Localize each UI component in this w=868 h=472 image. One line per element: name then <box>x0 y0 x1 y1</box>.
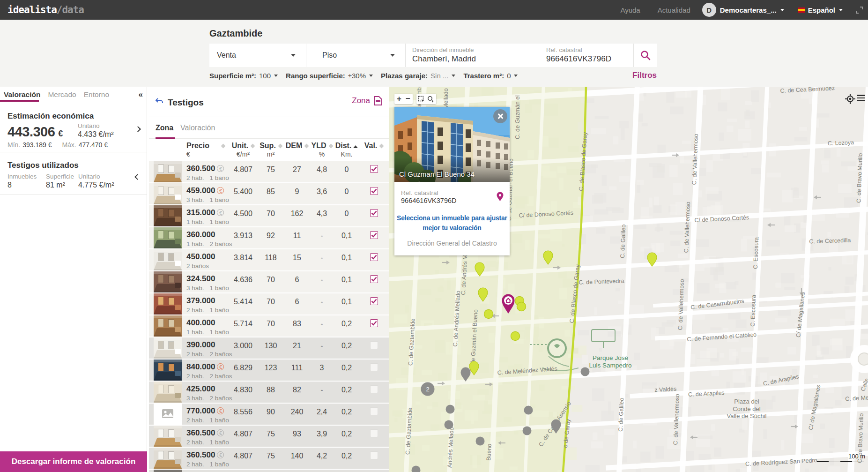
tab-valoracion-list[interactable]: Valoración <box>180 124 215 132</box>
close-icon[interactable] <box>493 109 507 123</box>
operation-select[interactable]: Venta <box>209 44 306 67</box>
quick-filter[interactable]: Rango superficie:±30% <box>286 72 373 80</box>
fullscreen-icon[interactable] <box>855 6 863 14</box>
table-row[interactable]: 840.000€2 hab.2 baños6.82912311130,2 <box>149 360 389 381</box>
collapse-sidebar-icon[interactable]: « <box>139 90 142 99</box>
map-dot-gray[interactable] <box>524 406 533 415</box>
map-menu-icon[interactable] <box>857 95 865 103</box>
column-header[interactable]: Val. <box>359 142 389 161</box>
map-dot-green[interactable] <box>511 332 520 341</box>
valuation-checkbox[interactable] <box>370 407 378 415</box>
property-type-select[interactable]: Piso <box>306 44 406 67</box>
table-row[interactable]: 360.0001 hab.2 baños3.9139211-0,1 <box>149 227 389 248</box>
zoom-in-button[interactable]: + <box>395 94 404 104</box>
property-thumbnail[interactable] <box>154 183 182 204</box>
valuation-checkbox[interactable] <box>370 297 378 305</box>
locate-icon[interactable] <box>845 93 856 105</box>
property-thumbnail[interactable] <box>154 161 182 182</box>
property-thumbnail[interactable] <box>154 404 182 425</box>
map-dot-gray[interactable] <box>445 420 453 429</box>
property-thumbnail[interactable] <box>154 315 182 337</box>
valuation-checkbox[interactable] <box>370 165 378 173</box>
column-header[interactable]: Dist.Km. <box>334 142 359 161</box>
download-report-button[interactable]: Descargar informe de valoración <box>0 451 147 472</box>
property-thumbnail[interactable] <box>154 470 182 472</box>
property-thumbnail[interactable] <box>154 337 182 359</box>
column-header[interactable]: Sup.m² <box>257 142 285 161</box>
map-cluster[interactable]: 2 <box>421 382 435 396</box>
column-header[interactable]: Unit.€/m² <box>230 142 257 161</box>
area-select-icon[interactable] <box>418 96 425 103</box>
table-row[interactable]: 459.000€3 hab.1 baño5.4008593,60 <box>149 183 389 204</box>
select-property-link[interactable]: Selecciona un inmueble para ajustarmejor… <box>394 213 510 233</box>
zoom-out-button[interactable]: − <box>404 94 413 104</box>
help-link[interactable]: Ayuda <box>620 6 640 14</box>
valuation-checkbox[interactable] <box>370 429 378 437</box>
valuation-checkbox[interactable] <box>370 209 378 217</box>
sort-icon[interactable] <box>328 144 333 149</box>
table-row[interactable]: 379.0002 hab.1 baño5.414706-0,1 <box>149 293 389 315</box>
sort-ascending-icon[interactable] <box>353 145 358 148</box>
map-dot-gray[interactable] <box>581 367 590 376</box>
valuation-checkbox[interactable] <box>370 319 378 327</box>
idealista-data-logo[interactable]: idealista/data <box>7 4 84 15</box>
table-row[interactable]: 360.500€2 hab.1 baño4.80775274,80 <box>149 161 389 182</box>
property-thumbnail[interactable] <box>154 227 182 248</box>
news-link[interactable]: Actualidad <box>658 6 690 14</box>
map-dot-gray[interactable] <box>523 427 532 435</box>
back-arrow-icon[interactable] <box>155 97 164 106</box>
map-dot-gray[interactable] <box>446 405 455 414</box>
table-row[interactable]: 360.500€2 hab.1 baño4.807751404,20,2 <box>149 448 389 469</box>
valuation-checkbox[interactable] <box>370 341 378 349</box>
save-zone-button[interactable]: Zona <box>352 96 382 105</box>
table-row[interactable]: 450.0002 baños3.81411815-0,1 <box>149 249 389 270</box>
quick-filter[interactable]: Trastero m²:0 <box>463 72 518 80</box>
location-pin-icon[interactable] <box>496 192 504 203</box>
quick-filter[interactable]: Superficie m²:100 <box>209 72 278 80</box>
search-button[interactable] <box>634 44 657 67</box>
language-menu[interactable]: Español <box>798 6 843 14</box>
table-row[interactable]: 360.500€2 hab.1 baño4.80775984,10,2 <box>149 470 389 472</box>
zoom-area-icon[interactable] <box>427 96 435 103</box>
property-thumbnail[interactable] <box>154 360 182 381</box>
sort-icon[interactable] <box>221 144 225 149</box>
tab-mercado[interactable]: Mercado <box>48 90 76 99</box>
map-dot-green[interactable] <box>484 310 493 319</box>
tab-entorno[interactable]: Entorno <box>84 90 109 99</box>
valuation-checkbox[interactable] <box>370 187 378 195</box>
quick-filter[interactable]: Plazas garaje:Sin ... <box>381 72 455 80</box>
column-header[interactable]: Precio€ <box>186 142 230 161</box>
filters-link[interactable]: Filtros <box>632 71 657 80</box>
address-field[interactable]: Dirección del inmueble Chamberí, Madrid <box>406 44 546 67</box>
valuation-checkbox[interactable] <box>370 385 378 393</box>
map-dot-green[interactable] <box>517 302 526 311</box>
property-thumbnail[interactable] <box>154 293 182 315</box>
tab-zona[interactable]: Zona <box>156 124 173 132</box>
valuation-checkbox[interactable] <box>370 253 378 261</box>
column-header[interactable]: DEM <box>285 142 309 161</box>
valuation-checkbox[interactable] <box>370 451 378 459</box>
property-thumbnail[interactable] <box>154 382 182 403</box>
sort-icon[interactable] <box>278 144 282 149</box>
table-row[interactable]: 315.000€1 hab.1 baño4.500701624,30 <box>149 205 389 226</box>
valuation-checkbox[interactable] <box>370 275 378 283</box>
sort-icon[interactable] <box>251 144 255 149</box>
tab-valoracion[interactable]: Valoración <box>4 90 40 99</box>
sort-icon[interactable] <box>379 144 384 149</box>
table-row[interactable]: 425.0003 hab.2 baños4.8308882-0,2 <box>149 382 389 403</box>
property-thumbnail[interactable] <box>154 448 182 469</box>
cadastral-ref-field[interactable]: Ref. catastral 9664616VK3796D <box>546 44 634 67</box>
property-thumbnail[interactable] <box>154 205 182 226</box>
property-thumbnail[interactable] <box>154 249 182 270</box>
map[interactable]: C. de GaztambideC. de GaztambideC. de Ga… <box>389 87 868 472</box>
property-thumbnail[interactable] <box>154 426 182 447</box>
chevron-left-icon[interactable] <box>134 174 141 180</box>
table-row[interactable]: 324.5003 hab.1 baño4.636706-0,1 <box>149 271 389 292</box>
valuation-checkbox[interactable] <box>370 231 378 239</box>
sort-icon[interactable] <box>304 144 309 149</box>
column-header[interactable]: YLD% <box>309 142 334 161</box>
table-row[interactable]: 770.000€2 hab.1 baño8.556902402,40,2 <box>149 404 389 425</box>
table-row[interactable]: 400.0001 hab.1 baño5.7147083-0,2 <box>149 315 389 337</box>
table-row[interactable]: 390.0002 hab.2 baños3.00013021-0,2 <box>149 337 389 359</box>
property-thumbnail[interactable] <box>154 271 182 292</box>
